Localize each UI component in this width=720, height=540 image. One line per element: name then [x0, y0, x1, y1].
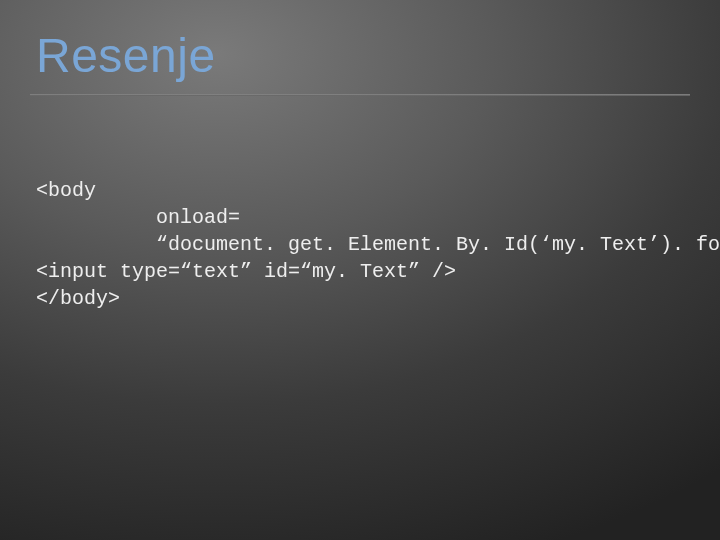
code-line-1: <body [36, 179, 96, 202]
slide: Resenje <body onload= “document. get. El… [0, 0, 720, 540]
code-line-3: “document. get. Element. By. Id(‘my. Tex… [36, 233, 720, 256]
slide-title: Resenje [36, 28, 216, 83]
code-block: <body onload= “document. get. Element. B… [36, 150, 720, 339]
code-line-4: <input type=“text” id=“my. Text” /> [36, 260, 456, 283]
title-underline [30, 94, 690, 96]
code-line-2: onload= [36, 206, 240, 229]
code-line-5: </body> [36, 287, 120, 310]
